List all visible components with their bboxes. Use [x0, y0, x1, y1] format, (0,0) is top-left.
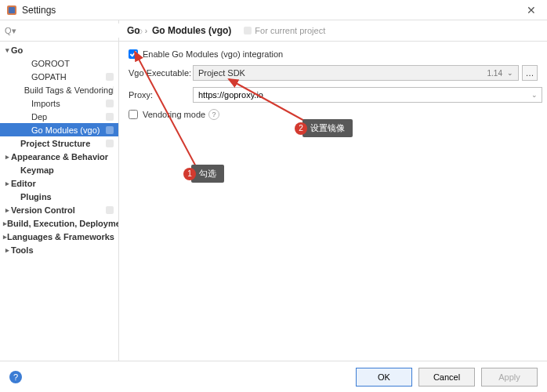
sidebar-item-label: Imports: [31, 99, 106, 108]
search-placeholder: Q▾: [5, 26, 16, 36]
annotation-callout-2: 2 设置镜像: [302, 119, 353, 137]
sidebar-item[interactable]: ▸Editor: [0, 176, 118, 190]
scope-badge-icon: [106, 126, 114, 134]
sidebar-item-label: Project Structure: [20, 139, 106, 148]
sidebar-item-label: Go Modules (vgo): [31, 125, 106, 135]
annotation-text-1: 勾选: [199, 168, 216, 180]
enable-integration-checkbox[interactable]: Enable Go Modules (vgo) integration: [129, 49, 283, 59]
sidebar-item[interactable]: Dep: [0, 110, 118, 123]
help-button[interactable]: ?: [9, 371, 22, 383]
ok-button[interactable]: OK: [356, 368, 412, 387]
sidebar-item[interactable]: Project Structure: [0, 136, 118, 150]
annotation-number-1: 1: [183, 168, 196, 180]
sidebar: Q▾ ⌕ ▾GoGOROOTGOPATHBuild Tags & Vendori…: [0, 20, 119, 361]
tree-arrow-icon: ▾: [3, 46, 11, 54]
sidebar-item-label: GOPATH: [31, 72, 106, 82]
sidebar-item[interactable]: ▸Tools: [0, 243, 118, 256]
chevron-down-icon: ⌄: [507, 69, 513, 77]
title-bar: Settings ✕: [0, 0, 547, 20]
search-field[interactable]: Q▾ ⌕: [0, 20, 118, 42]
app-icon: [6, 5, 17, 16]
enable-integration-label: Enable Go Modules (vgo) integration: [143, 49, 283, 59]
sidebar-item-label: Plugins: [20, 192, 114, 201]
sidebar-item-label: Editor: [11, 179, 114, 188]
apply-button[interactable]: Apply: [481, 368, 538, 387]
vendoring-mode-checkbox[interactable]: Vendoring mode: [129, 110, 205, 119]
scope-badge-icon: [106, 113, 114, 121]
tree-arrow-icon: ▸: [3, 180, 11, 187]
annotation-callout-1: 1 勾选: [191, 165, 224, 183]
sidebar-item[interactable]: Imports: [0, 96, 118, 110]
vgo-executable-label: Vgo Executable:: [129, 68, 193, 78]
content-pane: Go › Go Modules (vgo) For current projec…: [119, 20, 547, 361]
svg-rect-1: [9, 7, 15, 13]
close-icon[interactable]: ✕: [522, 2, 541, 18]
window-title: Settings: [22, 5, 522, 16]
chevron-right-icon: ›: [145, 27, 147, 35]
sidebar-item[interactable]: ▸Build, Execution, Deployment: [0, 216, 118, 230]
tree-arrow-icon: ▸: [3, 246, 11, 254]
sidebar-item-label: Build Tags & Vendoring: [24, 85, 114, 95]
proxy-input[interactable]: [193, 87, 542, 103]
vgo-executable-dropdown[interactable]: Project SDK 1.14 ⌄: [193, 65, 519, 81]
sidebar-item[interactable]: ▸Version Control: [0, 203, 118, 216]
settings-tree: ▾GoGOROOTGOPATHBuild Tags & VendoringImp…: [0, 42, 118, 361]
sidebar-item[interactable]: Keymap: [0, 163, 118, 176]
sidebar-item[interactable]: ▾Go: [0, 43, 118, 56]
sidebar-item-label: Keymap: [20, 165, 114, 175]
annotation-text-2: 设置镜像: [310, 122, 345, 134]
sidebar-item-label: Appearance & Behavior: [11, 152, 114, 162]
scope-badge-icon: [106, 100, 114, 107]
sidebar-item-label: Dep: [31, 112, 106, 122]
sidebar-item[interactable]: ▸Appearance & Behavior: [0, 150, 118, 163]
browse-button[interactable]: …: [522, 65, 538, 81]
sidebar-item[interactable]: Go Modules (vgo): [0, 123, 118, 136]
sidebar-item[interactable]: GOROOT: [0, 56, 118, 70]
proxy-label: Proxy:: [129, 90, 193, 100]
dialog-footer: ? OK Cancel Apply: [0, 361, 547, 392]
sidebar-item-label: Go: [11, 45, 114, 55]
scope-badge-icon: [106, 140, 114, 147]
scope-badge-icon: [106, 206, 114, 214]
vendoring-mode-label: Vendoring mode: [143, 110, 205, 119]
sidebar-item[interactable]: Build Tags & Vendoring: [0, 83, 118, 96]
sidebar-item-label: Tools: [11, 245, 114, 255]
scope-badge-icon: [244, 27, 252, 34]
sidebar-item-label: Version Control: [11, 205, 106, 215]
scope-hint: For current project: [244, 26, 325, 35]
sidebar-item[interactable]: GOPATH: [0, 70, 118, 83]
sidebar-item[interactable]: ▸Languages & Frameworks: [0, 230, 118, 243]
scope-badge-icon: [113, 86, 114, 94]
sidebar-item-label: GOROOT: [31, 59, 114, 68]
cancel-button[interactable]: Cancel: [418, 368, 475, 387]
scope-badge-icon: [106, 73, 114, 81]
help-icon[interactable]: ?: [208, 109, 219, 120]
sidebar-item[interactable]: Plugins: [0, 190, 118, 203]
tree-arrow-icon: ▸: [3, 153, 11, 161]
breadcrumb: Go › Go Modules (vgo) For current projec…: [119, 20, 547, 42]
breadcrumb-root[interactable]: Go: [127, 25, 140, 36]
sidebar-item-label: Languages & Frameworks: [7, 232, 114, 241]
breadcrumb-current: Go Modules (vgo): [152, 25, 231, 36]
sidebar-item-label: Build, Execution, Deployment: [7, 219, 118, 228]
annotation-number-2: 2: [295, 122, 307, 135]
tree-arrow-icon: ▸: [3, 206, 11, 214]
